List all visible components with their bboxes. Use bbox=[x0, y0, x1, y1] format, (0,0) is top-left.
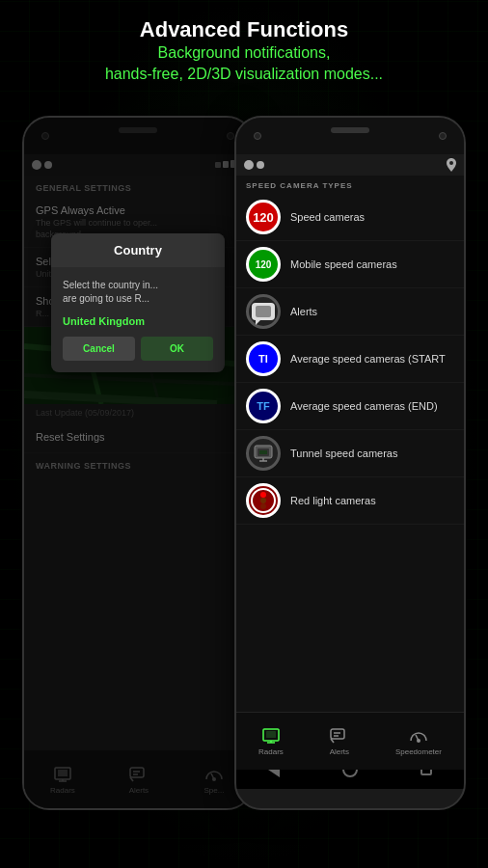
dialog-body: Select the country in... are going to us… bbox=[51, 267, 225, 372]
speedometer-icon-right bbox=[407, 726, 430, 746]
red-light-icon bbox=[246, 483, 281, 518]
alert-cam-label: Alerts bbox=[290, 306, 317, 317]
svg-point-25 bbox=[260, 492, 266, 498]
dialog-overlay: Country Select the country in... are goi… bbox=[24, 118, 252, 808]
camera-types-header: SPEED CAMERA TYPES bbox=[236, 176, 464, 194]
svg-point-26 bbox=[260, 498, 266, 503]
dialog-title: Country bbox=[51, 233, 225, 267]
header: Advanced Functions Background notificati… bbox=[0, 17, 488, 86]
alert-cam-icon bbox=[246, 294, 281, 329]
svg-point-18 bbox=[449, 161, 453, 165]
red-light-label: Red light cameras bbox=[290, 495, 376, 506]
svg-point-36 bbox=[417, 739, 420, 743]
confirm-button[interactable]: OK bbox=[141, 337, 213, 361]
nav-speedometer-right[interactable]: Speedometer bbox=[395, 726, 442, 756]
pin-icon-right bbox=[447, 158, 456, 172]
app-icon-r1 bbox=[244, 160, 254, 170]
speed-cam-label: Speed cameras bbox=[290, 211, 365, 223]
alert-screen bbox=[256, 306, 271, 317]
speed-cam-number: 120 bbox=[253, 210, 274, 225]
avg-end-text: TF bbox=[257, 400, 269, 412]
nav-alerts-label-right: Alerts bbox=[330, 747, 349, 756]
svg-rect-32 bbox=[331, 729, 344, 739]
nav-speedometer-label-right: Speedometer bbox=[395, 747, 442, 756]
alerts-icon-right bbox=[328, 726, 351, 746]
phone-top-right bbox=[236, 118, 464, 154]
front-camera-right bbox=[254, 132, 261, 140]
mobile-cam-label: Mobile speed cameras bbox=[290, 258, 397, 270]
nav-alerts-right[interactable]: Alerts bbox=[328, 726, 351, 756]
right-phone: SPEED CAMERA TYPES 120 Speed cameras 120… bbox=[234, 116, 466, 810]
radar-icon-right bbox=[259, 726, 283, 746]
camera-item-avg-end[interactable]: TF Average speed cameras (END) bbox=[236, 383, 464, 430]
svg-point-27 bbox=[260, 503, 266, 509]
left-phone: GENERAL SETTINGS GPS Always Active The G… bbox=[22, 116, 254, 810]
dialog-selected-option[interactable]: United Kingdom bbox=[63, 315, 213, 327]
right-screen: SPEED CAMERA TYPES 120 Speed cameras 120… bbox=[236, 176, 464, 750]
camera-item-speed[interactable]: 120 Speed cameras bbox=[236, 194, 464, 241]
status-bar-right bbox=[236, 154, 464, 176]
status-icons-right bbox=[244, 160, 264, 170]
speaker-right bbox=[331, 127, 369, 133]
bottom-nav-right: Radars Alerts bbox=[236, 712, 464, 770]
subtitle-line1: Background notifications, bbox=[158, 44, 331, 61]
header-subtitle: Background notifications, hands-free, 2D… bbox=[0, 42, 488, 86]
mobile-cam-icon: 120 bbox=[246, 247, 281, 282]
header-title: Advanced Functions bbox=[0, 17, 488, 42]
avg-end-label: Average speed cameras (END) bbox=[290, 400, 438, 412]
sensor-right bbox=[439, 132, 447, 140]
alert-bubble bbox=[252, 303, 275, 320]
phones-container: GENERAL SETTINGS GPS Always Active The G… bbox=[0, 116, 488, 810]
camera-item-mobile[interactable]: 120 Mobile speed cameras bbox=[236, 241, 464, 288]
camera-item-red-light[interactable]: Red light cameras bbox=[236, 477, 464, 525]
nav-radars-right[interactable]: Radars bbox=[258, 726, 284, 756]
avg-end-icon: TF bbox=[246, 389, 281, 423]
svg-rect-29 bbox=[266, 731, 276, 738]
app-icon-r2 bbox=[257, 161, 264, 169]
country-dialog: Country Select the country in... are goi… bbox=[51, 233, 225, 372]
tunnel-cam-label: Tunnel speed cameras bbox=[290, 448, 398, 459]
cancel-button[interactable]: Cancel bbox=[63, 337, 135, 361]
avg-start-icon: TI bbox=[246, 341, 281, 376]
avg-start-label: Average speed cameras (START bbox=[290, 353, 446, 365]
mobile-cam-number: 120 bbox=[256, 259, 272, 270]
camera-item-alert[interactable]: Alerts bbox=[236, 288, 464, 336]
tunnel-cam-icon bbox=[246, 436, 281, 471]
speed-cam-icon: 120 bbox=[246, 200, 281, 234]
avg-start-text: TI bbox=[258, 353, 268, 365]
dialog-buttons: Cancel OK bbox=[63, 337, 213, 361]
dialog-text-1: Select the country in... are going to us… bbox=[63, 279, 213, 306]
nav-radars-label-right: Radars bbox=[258, 747, 284, 756]
svg-rect-23 bbox=[259, 450, 267, 454]
subtitle-line2: hands-free, 2D/3D visualization modes... bbox=[105, 66, 383, 82]
camera-item-tunnel[interactable]: Tunnel speed cameras bbox=[236, 430, 464, 477]
camera-item-avg-start[interactable]: TI Average speed cameras (START bbox=[236, 336, 464, 383]
